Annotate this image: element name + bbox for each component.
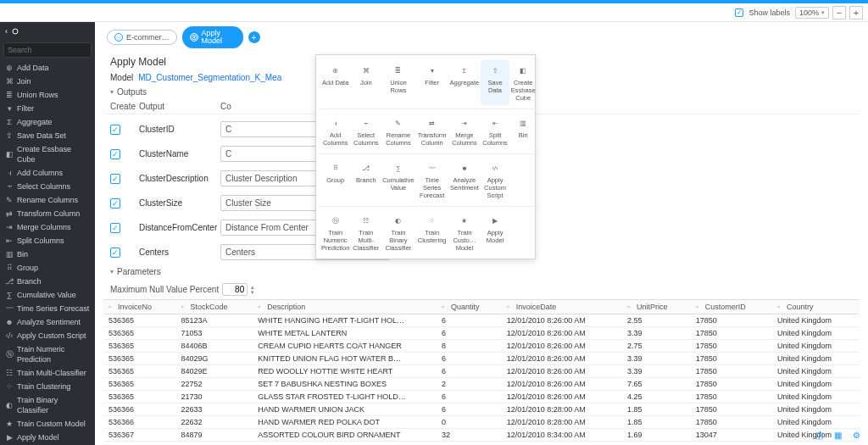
sidebar-item-union-rows[interactable]: ≣Union Rows — [0, 88, 95, 102]
column-header-quantity[interactable]: ▫Quantity — [437, 300, 502, 314]
show-labels-checkbox[interactable]: ✓ — [735, 8, 743, 17]
sidebar-item-analyze-sentiment[interactable]: ☻Analyze Sentiment — [0, 315, 95, 329]
sidebar-item-bin[interactable]: ▥Bin — [0, 248, 95, 261]
palette-item-bin[interactable]: ▥Bin — [509, 113, 537, 150]
palette-item-group[interactable]: ⠿Group — [320, 158, 351, 203]
sidebar-item-rename-columns[interactable]: ✎Rename Columns — [0, 193, 95, 207]
zoom-in-button[interactable]: + — [849, 6, 863, 19]
back-brand[interactable]: ‹ — [0, 22, 95, 41]
pipeline-step-apply-model[interactable]: ⦿ Apply Model — [182, 26, 243, 48]
param-stepper[interactable]: ▴▾ — [251, 285, 254, 295]
pipeline-step-source[interactable]: ○ E-commer… — [107, 30, 177, 45]
palette-item-filter[interactable]: ▾Filter — [416, 60, 448, 105]
table-row[interactable]: 53636622632HAND WARMER RED POLKA DOT012/… — [103, 416, 860, 429]
param-value-input[interactable] — [222, 283, 248, 296]
output-create-checkbox[interactable]: ✓ — [110, 248, 120, 258]
palette-item-union-rows[interactable]: ≣Union Rows — [381, 60, 416, 105]
palette-item-save-data[interactable]: ⇪Save Data — [481, 60, 509, 105]
palette-item-aggregate[interactable]: ΣAggregate — [448, 60, 481, 105]
table-row[interactable]: 53636584029GKNITTED UNION FLAG HOT WATER… — [103, 353, 860, 365]
table-row[interactable]: 53636784879ASSORTED COLOUR BIRD ORNAMENT… — [103, 429, 860, 442]
sidebar-item-filter[interactable]: ▾Filter — [0, 102, 95, 115]
sidebar-item-time-series-forecast[interactable]: 〰Time Series Forecast — [0, 302, 95, 315]
search-input[interactable] — [3, 42, 92, 58]
palette-item-analyze-sentiment[interactable]: ☻Analyze Sentiment — [448, 158, 481, 203]
palette-item-select-columns[interactable]: ⫟Select Columns — [351, 113, 381, 150]
table-row[interactable]: 53636584406BCREAM CUPID HEARTS COAT HANG… — [103, 340, 860, 353]
palette-item-add-data[interactable]: ⊕Add Data — [320, 60, 351, 105]
column-header-description[interactable]: ▫Description — [253, 300, 437, 314]
table-row[interactable]: 53636585123AWHITE HANGING HEART T-LIGHT … — [103, 314, 860, 327]
output-create-checkbox[interactable]: ✓ — [110, 149, 120, 159]
data-preview-grid[interactable]: ▫InvoiceNo▫StockCode▫Description▫Quantit… — [103, 299, 860, 442]
output-create-checkbox[interactable]: ✓ — [110, 125, 120, 135]
zoom-out-button[interactable]: − — [832, 6, 846, 19]
table-row[interactable]: 53636521730GLASS STAR FROSTED T-LIGHT HO… — [103, 391, 860, 403]
output-name: ClusterDescription — [139, 174, 215, 183]
sidebar-item-apply-model[interactable]: ▶Apply Model — [0, 431, 95, 444]
sidebar-item-add-columns[interactable]: ⫞Add Columns — [0, 166, 95, 180]
palette-item-branch[interactable]: ⎇Branch — [351, 158, 381, 203]
column-header-invoicedate[interactable]: ▫InvoiceDate — [502, 300, 622, 314]
table-row[interactable]: 53636584029ERED WOOLLY HOTTIE WHITE HEAR… — [103, 365, 860, 378]
model-link[interactable]: MD_Customer_Segmentation_K_Mea — [138, 73, 281, 82]
sidebar-item-transform-column[interactable]: ⇄Transform Column — [0, 207, 95, 220]
table-cell: 17850 — [691, 403, 772, 416]
sidebar-item-save-data-set[interactable]: ⇪Save Data Set — [0, 129, 95, 142]
sidebar-item-train-binary-classifier[interactable]: ◐Train Binary Classifier — [0, 393, 95, 417]
palette-item-split-columns[interactable]: ⇤Split Columns — [481, 113, 509, 150]
sidebar-item-create-essbase-cube[interactable]: ◧Create Essbase Cube — [0, 142, 95, 166]
sidebar-item-group[interactable]: ⠿Group — [0, 261, 95, 275]
sidebar-item-train-clustering[interactable]: ⁘Train Clustering — [0, 380, 95, 393]
palette-item-label: Bin — [519, 131, 528, 139]
sidebar-item-apply-custom-script[interactable]: ‹/›Apply Custom Script — [0, 329, 95, 342]
palette-item-train-binary-classifier[interactable]: ◐Train Binary Classifier — [381, 210, 416, 255]
sidebar-item-train-custom-model[interactable]: ★Train Custom Model — [0, 417, 95, 431]
zoom-level-select[interactable]: 100% ▾ — [795, 7, 829, 19]
column-header-invoiceno[interactable]: ▫InvoiceNo — [103, 300, 175, 314]
sidebar-item-train-numeric-prediction[interactable]: ⓃTrain Numeric Prediction — [0, 342, 95, 366]
palette-item-time-series-forecast[interactable]: 〰Time Series Forecast — [416, 158, 448, 203]
add-step-button[interactable]: + — [248, 31, 260, 43]
palette-item-rename-columns[interactable]: ✎Rename Columns — [381, 113, 416, 150]
card-view-icon[interactable]: ◫ — [812, 428, 826, 442]
palette-item-label: Apply Custom Script — [482, 176, 508, 199]
palette-item-train-numeric-prediction[interactable]: ⓃTrain Numeric Prediction — [320, 210, 351, 255]
palette-item-apply-model[interactable]: ▶Apply Model — [481, 210, 509, 255]
parameters-section-header[interactable]: Parameters — [103, 262, 860, 280]
output-name: ClusterID — [139, 125, 215, 134]
output-create-checkbox[interactable]: ✓ — [110, 174, 120, 184]
palette-item-add-columns[interactable]: ⫞Add Columns — [320, 113, 351, 150]
table-row[interactable]: 53636571053WHITE METAL LANTERN612/01/201… — [103, 327, 860, 340]
palette-item-cumulative-value[interactable]: ∑Cumulative Value — [381, 158, 416, 203]
palette-item-create-essbase-cube[interactable]: ◧Create Essbase Cube — [509, 60, 537, 105]
palette-item-merge-columns[interactable]: ⇥Merge Columns — [448, 113, 481, 150]
column-header-customerid[interactable]: ▫CustomerID — [691, 300, 772, 314]
parameters-icon[interactable]: ⚙ — [849, 428, 863, 442]
palette-item-apply-custom-script[interactable]: ‹/›Apply Custom Script — [481, 158, 509, 203]
sidebar-item-join[interactable]: ⌘Join — [0, 75, 95, 88]
table-row[interactable]: 53636722745POPPY'S PLAYHOUSE BEDROOM612/… — [103, 442, 860, 442]
table-view-icon[interactable]: ▦ — [831, 428, 844, 442]
sidebar-item-cumulative-value[interactable]: ∑Cumulative Value — [0, 288, 95, 302]
column-header-country[interactable]: ▫Country — [772, 300, 860, 314]
sidebar-item-train-multi-classifier[interactable]: ☷Train Multi-Classifier — [0, 366, 95, 380]
output-create-checkbox[interactable]: ✓ — [110, 198, 120, 209]
sidebar-item-select-columns[interactable]: ⫟Select Columns — [0, 180, 95, 193]
table-row[interactable]: 53636522752SET 7 BABUSHKA NESTING BOXES2… — [103, 378, 860, 391]
table-row[interactable]: 53636622633HAND WARMER UNION JACK612/01/… — [103, 403, 860, 416]
sidebar-item-branch[interactable]: ⎇Branch — [0, 275, 95, 288]
sidebar-item-merge-columns[interactable]: ⇥Merge Columns — [0, 220, 95, 234]
column-header-stockcode[interactable]: ▫StockCode — [175, 300, 253, 314]
sidebar-item-aggregate[interactable]: ΣAggregate — [0, 115, 95, 129]
column-header-unitprice[interactable]: ▫UnitPrice — [622, 300, 691, 314]
palette-item-join[interactable]: ⌘Join — [351, 60, 381, 105]
sidebar-item-add-data[interactable]: ⊕Add Data — [0, 61, 95, 75]
palette-item-transform-column[interactable]: ⇄Transform Column — [416, 113, 448, 150]
palette-item-train-clustering[interactable]: ⁘Train Clustering — [416, 210, 448, 255]
palette-item-train-custo-model[interactable]: ★Train Custo… Model — [448, 210, 481, 255]
sidebar-item-split-columns[interactable]: ⇤Split Columns — [0, 234, 95, 248]
output-create-checkbox[interactable]: ✓ — [110, 223, 120, 233]
numeric-icon: Ⓝ — [5, 350, 14, 359]
palette-item-train-multi-classifier[interactable]: ☷Train Multi-Classifier — [351, 210, 381, 255]
